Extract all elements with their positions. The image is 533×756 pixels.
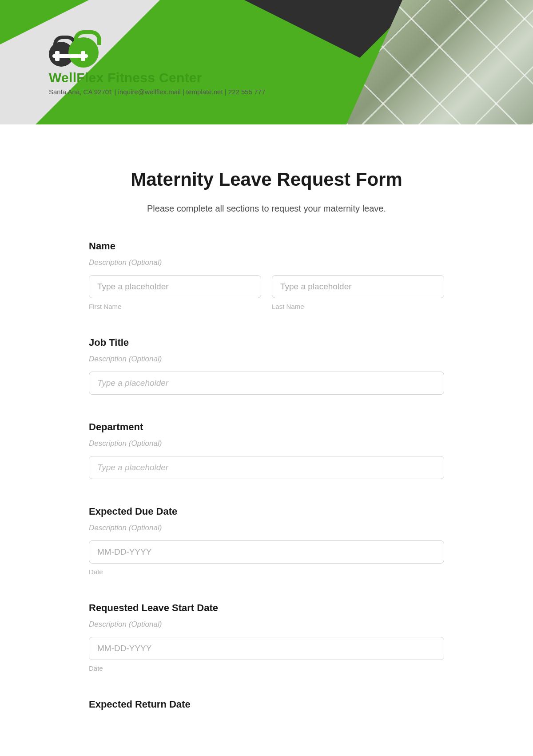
job-title-description: Description (Optional) <box>89 355 444 364</box>
due-date-description: Description (Optional) <box>89 524 444 532</box>
field-department: Department Description (Optional) <box>89 421 444 479</box>
brand-name: WellFlex Fitness Center <box>49 70 265 85</box>
job-title-input[interactable] <box>89 372 444 395</box>
return-date-label: Expected Return Date <box>89 699 444 710</box>
page-header: WellFlex Fitness Center Santa Ana, CA 92… <box>0 0 533 124</box>
field-return-date: Expected Return Date <box>89 699 444 710</box>
start-date-sublabel: Date <box>89 664 444 672</box>
field-start-date: Requested Leave Start Date Description (… <box>89 602 444 672</box>
due-date-sublabel: Date <box>89 568 444 576</box>
start-date-input[interactable] <box>89 637 444 660</box>
job-title-label: Job Title <box>89 337 444 348</box>
form-title: Maternity Leave Request Form <box>89 169 444 190</box>
form-subtitle: Please complete all sections to request … <box>89 204 444 214</box>
department-label: Department <box>89 421 444 433</box>
due-date-label: Expected Due Date <box>89 506 444 517</box>
name-description: Description (Optional) <box>89 258 444 267</box>
form-content: Maternity Leave Request Form Please comp… <box>62 124 471 756</box>
department-input[interactable] <box>89 456 444 479</box>
last-name-sublabel: Last Name <box>272 303 444 310</box>
field-name: Name Description (Optional) First Name L… <box>89 240 444 310</box>
field-job-title: Job Title Description (Optional) <box>89 337 444 395</box>
kettlebell-logo-icon <box>49 36 102 67</box>
start-date-label: Requested Leave Start Date <box>89 602 444 614</box>
first-name-input[interactable] <box>89 275 261 298</box>
last-name-input[interactable] <box>272 275 444 298</box>
due-date-input[interactable] <box>89 540 444 564</box>
logo-block: WellFlex Fitness Center Santa Ana, CA 92… <box>49 36 265 96</box>
brand-tagline: Santa Ana, CA 92701 | inquire@wellflex.m… <box>49 88 265 96</box>
start-date-description: Description (Optional) <box>89 620 444 629</box>
field-due-date: Expected Due Date Description (Optional)… <box>89 506 444 576</box>
name-label: Name <box>89 240 444 252</box>
first-name-sublabel: First Name <box>89 303 261 310</box>
department-description: Description (Optional) <box>89 439 444 448</box>
